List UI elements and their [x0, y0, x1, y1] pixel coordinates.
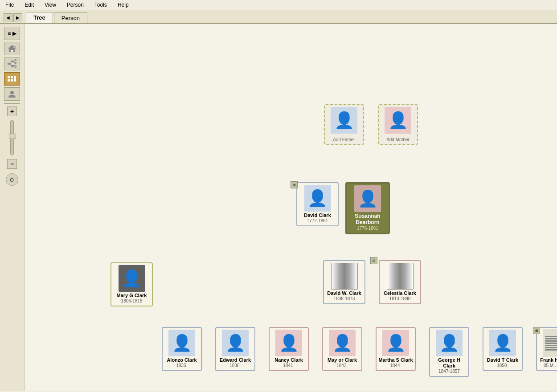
nancy-clark-card[interactable]: 👤 Nancy Clark 1841- [269, 327, 309, 371]
family-icon [7, 74, 17, 84]
david-w-avatar [331, 263, 358, 290]
david-t-name: David T Clark [485, 357, 520, 363]
martha-s-clark-card[interactable]: 👤 Martha S Clark 1844- [376, 327, 416, 371]
svg-line-13 [10, 64, 11, 66]
david-clark-avatar: 👤 [304, 185, 331, 212]
main-layout: ≡ ▶ [0, 24, 557, 391]
alonzo-clark-card[interactable]: 👤 Alonzo Clark 1835- [162, 327, 202, 371]
nancy-silhouette: 👤 [279, 334, 299, 352]
mary-g-silhouette: 👤 [122, 269, 142, 288]
nav-back[interactable]: ◀ [4, 13, 12, 22]
mary-g-dates: 1806-1816 [113, 298, 150, 304]
edward-clark-card[interactable]: 👤 Edward Clark 1838- [215, 327, 255, 371]
individual-icon [7, 89, 17, 99]
svg-rect-18 [8, 76, 10, 78]
sidebar-family-btn[interactable] [4, 72, 20, 86]
edward-dates: 1838- [218, 363, 253, 368]
may-or-silhouette: 👤 [332, 334, 352, 352]
zoom-track[interactable] [10, 120, 14, 155]
family-link-icon[interactable]: ⊞ [291, 181, 298, 188]
tab-tree[interactable]: Tree [26, 12, 53, 23]
david-w-dates: 1808-1873 [326, 296, 363, 302]
add-father-card[interactable]: 👤 Add Father [324, 104, 364, 145]
alonzo-name: Alonzo Clark [164, 357, 199, 363]
david-t-clark-card[interactable]: 👤 David T Clark 1850- [483, 327, 523, 371]
nav-forward[interactable]: ▶ [13, 13, 22, 22]
nancy-name: Nancy Clark [271, 357, 306, 363]
svg-line-12 [10, 61, 11, 64]
edward-name: Edward Clark [218, 357, 253, 363]
sidebar-circle-btn[interactable]: ○ [6, 173, 18, 186]
martha-dates: 1844- [378, 363, 413, 368]
menu-person[interactable]: Person [65, 1, 86, 9]
celestia-photo [387, 263, 414, 290]
svg-rect-19 [11, 76, 13, 78]
david-w-photo [331, 263, 358, 290]
menu-help[interactable]: Help [116, 1, 131, 9]
add-mother-avatar: 👤 [385, 107, 411, 134]
menu-edit[interactable]: Edit [23, 1, 36, 9]
susannah-dates: 1776-1861 [348, 226, 387, 231]
may-or-avatar: 👤 [329, 330, 356, 356]
david-t-dates: 1850- [485, 363, 520, 368]
tabbar: ◀ ▶ Tree Person [0, 10, 557, 24]
celestia-avatar [387, 263, 414, 290]
david-w-family-link[interactable]: ⊞ [370, 257, 377, 264]
add-mother-label: Add Mother [381, 137, 415, 142]
susannah-dearborn-card[interactable]: 👤 Susannah Dearborn 1776-1861 [345, 182, 390, 234]
mary-g-clark-card[interactable]: 👤 Mary G Clark 1806-1816 [111, 262, 153, 306]
svg-rect-22 [14, 76, 16, 82]
sidebar-divider [4, 103, 20, 104]
svg-rect-20 [8, 79, 10, 82]
add-father-avatar: 👤 [331, 107, 357, 134]
svg-rect-6 [11, 61, 14, 62]
svg-rect-8 [15, 59, 16, 61]
menu-view[interactable]: View [43, 1, 58, 9]
home-icon [7, 44, 17, 53]
celestia-dates: 1813-1890 [381, 296, 418, 302]
david-t-silhouette: 👤 [493, 334, 513, 352]
menu-tools[interactable]: Tools [93, 1, 109, 9]
george-h-clark-card[interactable]: 👤 George H Clark 1847-1857 [429, 327, 469, 377]
may-or-name: May or Clark [325, 357, 360, 363]
nancy-avatar: 👤 [275, 330, 302, 356]
susannah-avatar: 👤 [354, 185, 381, 212]
sidebar-menu-btn[interactable]: ≡ ▶ [4, 27, 20, 40]
sidebar: ≡ ▶ [0, 24, 25, 391]
susannah-name: Susannah Dearborn [348, 213, 387, 226]
svg-line-14 [14, 60, 15, 62]
svg-line-15 [14, 61, 15, 63]
tab-person[interactable]: Person [54, 12, 87, 23]
may-or-clark-card[interactable]: 👤 May or Clark 1843- [322, 327, 362, 371]
sidebar-home-btn[interactable] [4, 42, 20, 55]
menubar: File Edit View Person Tools Help [0, 0, 557, 10]
may-or-dates: 1843- [325, 363, 360, 368]
svg-rect-21 [11, 79, 13, 82]
add-father-label: Add Father [327, 137, 361, 142]
menu-file[interactable]: File [4, 1, 16, 9]
martha-silhouette: 👤 [386, 334, 406, 352]
zoom-minus-btn[interactable]: − [7, 159, 17, 169]
celestia-clark-card[interactable]: Celestia Clark 1813-1890 [379, 260, 421, 304]
david-clark-silhouette: 👤 [307, 189, 328, 208]
zoom-slider [10, 120, 14, 155]
svg-rect-5 [8, 63, 10, 65]
david-w-clark-card[interactable]: David W. Clark 1808-1873 [323, 260, 365, 304]
svg-line-17 [14, 66, 15, 68]
add-mother-card[interactable]: 👤 Add Mother [378, 104, 418, 145]
sidebar-individual-btn[interactable] [4, 87, 20, 101]
frank-family-link[interactable]: ⊞ [533, 327, 540, 334]
david-w-name: David W. Clark [326, 290, 363, 296]
david-clark-card[interactable]: 👤 David Clark 1772-1861 [296, 182, 339, 226]
zoom-thumb[interactable] [9, 134, 16, 139]
george-name: George H Clark [432, 357, 467, 369]
zoom-plus-btn[interactable]: + [7, 106, 17, 116]
george-dates: 1847-1857 [432, 369, 467, 374]
martha-name: Martha S Clark [378, 357, 413, 363]
svg-point-4 [14, 47, 15, 48]
edward-avatar: 👤 [222, 330, 249, 356]
mary-g-avatar: 👤 [119, 265, 145, 292]
svg-rect-10 [15, 65, 16, 66]
frank-name: Frank H Clark [539, 357, 557, 363]
sidebar-pedigree-btn[interactable] [4, 57, 20, 70]
